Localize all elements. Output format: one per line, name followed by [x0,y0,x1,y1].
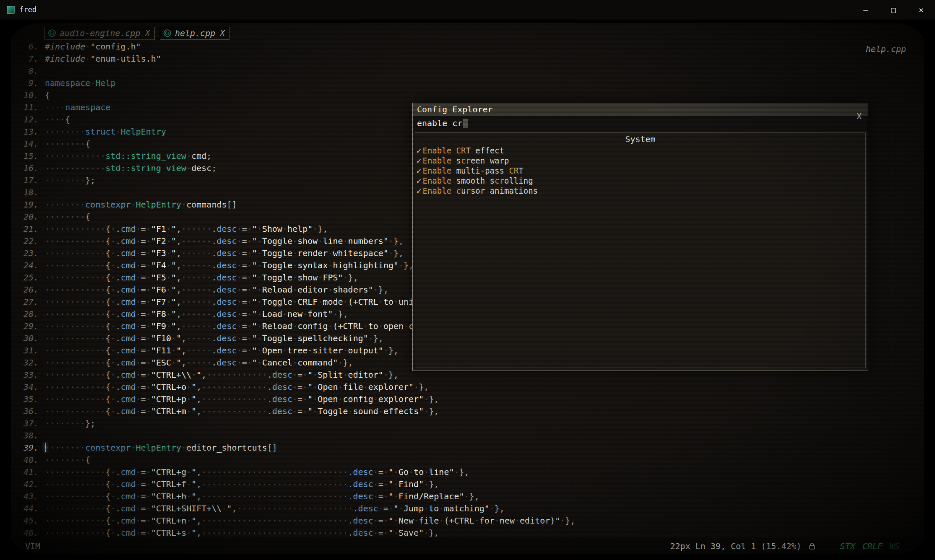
code-line[interactable]: 8. [14,65,924,77]
code-text: #include·"enum-utils.h" [45,53,161,65]
code-line[interactable]: 39.········constexpr·HelpEntry·editor_sh… [14,442,924,454]
config-item-label: Enable CRT effect [422,145,504,156]
popup-close-button[interactable]: X [857,111,862,121]
code-line[interactable]: 43.············{·.cmd·=·"CTRL+h·",······… [14,490,924,503]
line-number: 26. [14,284,39,296]
current-filename: help.cpp [866,44,906,54]
config-item[interactable]: ✓Enable cursor animations [415,186,865,196]
tab-label: help.cpp [175,28,215,38]
line-number: 29. [14,320,39,332]
checkbox-checked-icon: ✓ [417,166,421,176]
line-number: 36. [14,405,39,417]
code-text: ········{ [45,211,90,223]
code-line[interactable]: 36.············{·.cmd·=·"CTRL+m·",······… [14,405,924,417]
code-text: ············{·.cmd·=·"F7·",······.desc·=… [45,296,449,308]
close-button[interactable]: ✕ [907,0,935,19]
window-titlebar: fred – □ ✕ [0,0,935,20]
line-number: 37. [14,417,39,430]
config-item-label: Enable smooth scrolling [422,176,533,186]
window-title: fred [19,5,36,14]
code-line[interactable]: 46.············{·.cmd·=·"CTRL+s·",······… [14,527,924,539]
line-number: 43. [14,490,39,503]
checkbox-checked-icon: ✓ [417,145,421,156]
status-flags: STXCRLFWS [840,541,900,551]
code-line[interactable]: 37.········}; [14,417,924,430]
line-number: 6. [14,41,39,53]
line-number: 27. [14,296,39,308]
line-number: 32. [14,357,39,369]
maximize-button[interactable]: □ [880,0,907,19]
code-text: ············{·.cmd·=·"F8·",······.desc·=… [45,308,348,320]
code-text: ············std::string_view·desc; [45,162,216,174]
line-number: 9. [14,77,39,89]
tab-audio-engine-cpp[interactable]: C+audio-engine.cppX [44,27,155,40]
code-line[interactable]: 44.············{·.cmd·=·"CTRL+SHIFT+\\·"… [14,503,924,515]
line-number: 46. [14,527,39,539]
line-number: 15. [14,150,39,162]
code-text: ········constexpr·HelpEntry·commands[] [45,199,237,211]
config-section-header: System [415,133,865,145]
code-text: ············{·.cmd·=·"F2·",······.desc·=… [45,235,404,247]
code-line[interactable]: 9.namespace·Help [14,77,924,89]
code-line[interactable]: 34.············{·.cmd·=·"CTRL+o·",······… [14,381,924,393]
editor-mode-indicator: VIM [25,541,40,551]
line-number: 7. [14,53,39,65]
config-item[interactable]: ✓Enable smooth scrolling [415,176,865,186]
line-number: 38. [14,430,39,442]
code-line[interactable]: 6.#include·"config.h" [14,41,924,53]
crt-screen: 6.#include·"config.h"7.#include·"enum-ut… [11,23,924,554]
code-line[interactable]: 38. [14,430,924,442]
minimize-button[interactable]: – [852,0,880,19]
line-number: 22. [14,235,39,247]
line-number: 8. [14,65,39,77]
config-search-query: enable cr [417,118,462,128]
config-item[interactable]: ✓Enable CRT effect [415,145,865,156]
line-number: 20. [14,211,39,223]
tab-help-cpp[interactable]: C+help.cppX [160,27,230,40]
code-line[interactable]: 41.············{·.cmd·=·"CTRL+g·",······… [14,466,924,478]
config-explorer-popup: Config Explorer X enable cr System ✓Enab… [412,103,868,371]
code-text: ············{·.cmd·=·"CTRL+m·",·········… [45,405,439,417]
code-text: ············{·.cmd·=·"CTRL+p·",·········… [45,393,439,405]
line-number: 19. [14,199,39,211]
config-item[interactable]: ✓Enable screen warp [415,156,865,166]
status-flag-crlf: CRLF [862,541,883,551]
code-line[interactable]: 10.{ [14,89,924,101]
code-line[interactable]: 45.············{·.cmd·=·"CTRL+n·",······… [14,515,924,527]
config-item-label: Enable cursor animations [422,186,538,196]
tab-close-button[interactable]: X [146,29,150,37]
line-number: 34. [14,381,39,393]
line-number: 21. [14,223,39,235]
line-number: 31. [14,345,39,357]
config-search-input[interactable]: enable cr [413,116,868,131]
tab-close-button[interactable]: X [220,29,224,37]
config-panel: System ✓Enable CRT effect✓Enable screen … [415,132,866,368]
lock-icon [807,542,817,551]
line-number: 35. [14,393,39,405]
code-line[interactable]: 7.#include·"enum-utils.h" [14,53,924,65]
code-text: ············{·.cmd·=·"F1·",······.desc·=… [45,223,328,235]
code-text: ············{·.cmd·=·"ESC·",·····.desc·=… [45,357,353,369]
code-text: ············{·.cmd·=·"F3·",······.desc·=… [45,247,404,259]
line-number: 39. [14,442,39,454]
line-number: 11. [14,101,39,114]
code-text: ············std::string_view·cmd; [45,150,211,162]
line-number: 23. [14,247,39,259]
code-text: ············{·.cmd·=·"CTRL+h·",·········… [45,490,479,503]
config-item[interactable]: ✓Enable multi-pass CRT [415,166,865,176]
code-line[interactable]: 42.············{·.cmd·=·"CTRL+f·",······… [14,478,924,490]
line-number: 16. [14,162,39,174]
popup-title: Config Explorer [417,104,493,114]
line-number: 28. [14,308,39,320]
code-text: ············{·.cmd·=·"F11·",·····.desc·=… [45,345,398,357]
code-text: ············{·.cmd·=·"F10·",·····.desc·=… [45,332,383,345]
line-number: 18. [14,187,39,199]
code-text: ········constexpr·HelpEntry·editor_short… [45,442,277,454]
code-text: ········{ [45,138,90,150]
checkbox-checked-icon: ✓ [417,176,421,186]
code-line[interactable]: 35.············{·.cmd·=·"CTRL+p·",······… [14,393,924,405]
line-number: 24. [14,259,39,272]
code-text: ············{·.cmd·=·"CTRL+f·",·········… [45,478,439,490]
popup-titlebar: Config Explorer [413,103,868,116]
code-line[interactable]: 40.········{ [14,454,924,466]
